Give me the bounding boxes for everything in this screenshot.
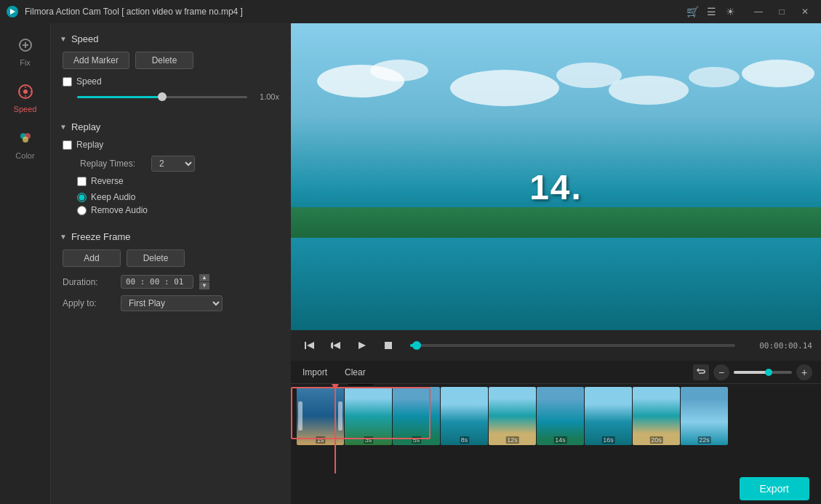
speed-section-content: Add Marker Delete Speed 1.00x — [51, 49, 291, 117]
apply-to-label: Apply to: — [63, 298, 115, 308]
replay-times-label: Replay Times: — [80, 159, 145, 169]
playback-controls: 00:00:00.14 — [291, 330, 821, 361]
list-icon[interactable]: ☰ — [705, 5, 718, 18]
replay-checkbox[interactable] — [63, 140, 72, 150]
track-clips: 1s 3s 5s 8s — [297, 387, 815, 445]
clip-4[interactable]: 8s — [441, 387, 488, 445]
close-button[interactable]: ✕ — [795, 4, 815, 19]
playhead[interactable] — [335, 384, 336, 473]
add-marker-button[interactable]: Add Marker — [63, 52, 129, 69]
duration-spin-down[interactable]: ▼ — [199, 282, 209, 289]
clip-3[interactable]: 5s — [393, 387, 440, 445]
speed-section-header[interactable]: ▼ Speed — [51, 29, 291, 49]
clip-4-duration: 8s — [460, 436, 470, 444]
progress-thumb[interactable] — [412, 341, 421, 350]
speed-delete-button[interactable]: Delete — [135, 52, 193, 69]
clear-button[interactable]: Clear — [342, 366, 369, 379]
theme-icon[interactable]: ☀ — [724, 5, 737, 18]
svg-rect-8 — [385, 342, 392, 349]
remove-audio-row: Remove Audio — [63, 205, 279, 215]
sidebar-label-speed: Speed — [14, 105, 37, 113]
speed-checkbox[interactable] — [63, 77, 72, 87]
keep-audio-label: Keep Audio — [91, 192, 135, 202]
color-icon — [15, 128, 36, 148]
minimize-button[interactable]: — — [748, 4, 769, 19]
zoom-out-button[interactable]: − — [713, 364, 729, 380]
svg-point-6 — [23, 137, 28, 143]
apply-to-row: Apply to: First Play Last Play All — [63, 295, 279, 311]
loop-button[interactable] — [693, 364, 709, 380]
timeline-tracks: 1s 3s 5s 8s — [291, 384, 821, 473]
clip-5[interactable]: 12s — [489, 387, 536, 445]
speed-slider-thumb[interactable] — [158, 92, 167, 101]
clip-1-duration: 1s — [316, 436, 326, 444]
clip-9[interactable]: 22s — [681, 387, 728, 445]
app-title: Filmora Action Cam Tool [ action video w… — [25, 7, 686, 17]
keep-audio-row: Keep Audio — [63, 192, 279, 202]
play-button[interactable] — [352, 335, 372, 356]
replay-section-header[interactable]: ▼ Replay — [51, 117, 291, 137]
freeze-delete-button[interactable]: Delete — [127, 249, 185, 267]
remove-audio-radio[interactable] — [77, 206, 87, 215]
sidebar-item-color[interactable]: Color — [4, 122, 47, 166]
apply-to-select[interactable]: First Play Last Play All — [121, 295, 223, 311]
duration-input[interactable] — [121, 275, 193, 289]
clip-1-handle-right[interactable] — [338, 401, 343, 431]
reverse-checkbox[interactable] — [77, 177, 87, 186]
sidebar-label-fix: Fix — [20, 58, 31, 67]
duration-spinners: ▲ ▼ — [199, 274, 209, 289]
sidebar-label-color: Color — [15, 151, 34, 160]
freeze-arrow-icon: ▼ — [60, 233, 67, 241]
step-back-button[interactable] — [326, 335, 346, 356]
import-button[interactable]: Import — [300, 366, 330, 379]
clip-6[interactable]: 14s — [537, 387, 584, 445]
timeline-zoom-controls: − + — [693, 364, 812, 380]
clip-1-handle-left[interactable] — [298, 401, 303, 431]
reverse-label: Reverse — [91, 176, 124, 186]
clouds-layer — [291, 54, 821, 161]
app-logo-icon — [6, 5, 19, 18]
export-button[interactable]: Export — [740, 477, 809, 500]
clip-7[interactable]: 16s — [585, 387, 632, 445]
duration-spin-up[interactable]: ▲ — [199, 274, 209, 281]
skip-to-start-button[interactable] — [300, 335, 320, 356]
keep-audio-radio[interactable] — [77, 193, 87, 202]
freeze-add-button[interactable]: Add — [63, 249, 121, 267]
clip-3-duration: 5s — [412, 436, 422, 444]
replay-checkbox-label: Replay — [76, 140, 103, 150]
main-content: Fix Speed Color — [0, 23, 821, 504]
clip-2[interactable]: 3s — [345, 387, 392, 445]
progress-bar[interactable] — [410, 344, 735, 347]
video-area: 14. 00:00:00.14 Import — [291, 23, 821, 504]
zoom-slider[interactable] — [734, 371, 792, 374]
replay-times-select[interactable]: 2345 — [151, 156, 195, 172]
reverse-checkbox-row: Reverse — [77, 176, 279, 186]
freeze-section-title: Freeze Frame — [71, 231, 131, 242]
replay-arrow-icon: ▼ — [60, 123, 67, 131]
duration-row: Duration: ▲ ▼ — [63, 274, 279, 289]
clip-6-duration: 14s — [553, 436, 567, 444]
sidebar-item-speed[interactable]: Speed — [4, 76, 47, 119]
window-controls: — □ ✕ — [748, 4, 815, 19]
shop-icon[interactable]: 🛒 — [686, 5, 699, 18]
speed-slider-track[interactable] — [77, 96, 247, 98]
svg-rect-7 — [305, 342, 306, 349]
speed-section-title: Speed — [71, 33, 99, 44]
replay-section-content: Replay Replay Times: 2345 Reverse Keep A… — [51, 137, 291, 227]
clip-8[interactable]: 20s — [633, 387, 680, 445]
time-display: 00:00:00.14 — [747, 341, 812, 351]
water-layer — [291, 238, 821, 330]
zoom-slider-thumb[interactable] — [765, 369, 772, 376]
zoom-in-button[interactable]: + — [796, 364, 812, 380]
stop-button[interactable] — [378, 335, 399, 356]
speed-slider-fill — [77, 96, 162, 98]
title-bar: Filmora Action Cam Tool [ action video w… — [0, 0, 821, 23]
freeze-section-content: Add Delete Duration: ▲ ▼ Apply to: First… — [51, 247, 291, 320]
clip-1[interactable]: 1s — [297, 387, 344, 445]
maximize-button[interactable]: □ — [772, 4, 792, 19]
replay-section-title: Replay — [71, 121, 100, 132]
freeze-section-header[interactable]: ▼ Freeze Frame — [51, 227, 291, 247]
zoom-slider-fill — [734, 371, 769, 374]
sidebar-item-fix[interactable]: Fix — [4, 29, 47, 73]
clip-8-duration: 20s — [649, 436, 663, 444]
